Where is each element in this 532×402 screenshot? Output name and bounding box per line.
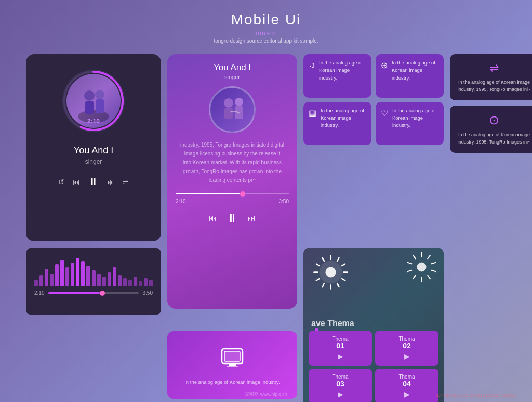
- side-text-1: In the analog age of Korean image indust…: [456, 79, 532, 93]
- play-pause-button[interactable]: ⏸: [88, 176, 99, 188]
- theme-label-4: Thema: [398, 374, 415, 380]
- dark-player-controls: ↺ ⏮ ⏸ ⏭ ⇌: [58, 176, 129, 188]
- settings-icon: ⊕: [381, 60, 388, 70]
- eq-bar: [113, 267, 116, 286]
- eq-bar: [45, 269, 48, 286]
- svg-line-24: [316, 279, 320, 281]
- couple-silhouette-icon: [73, 80, 114, 122]
- eq-bar: [149, 280, 153, 286]
- album-art-container: 2:10: [62, 70, 125, 132]
- eq-bar: [118, 275, 122, 286]
- svg-rect-4: [85, 101, 94, 114]
- purple-play-button[interactable]: ⏸: [227, 212, 238, 225]
- eq-bar: [34, 280, 38, 286]
- purple-album-art: [209, 86, 256, 133]
- eq-bar: [108, 272, 111, 286]
- prev-button[interactable]: ⏮: [73, 178, 80, 186]
- theme-play-2: ▶: [404, 352, 410, 360]
- svg-line-23: [323, 283, 325, 287]
- eq-progress-fill: [48, 292, 100, 294]
- theme-btn-03[interactable]: Thema 03 ▶: [309, 369, 372, 402]
- svg-point-28: [326, 267, 336, 278]
- side-text-2: In the analog age of Korean image indust…: [456, 132, 532, 146]
- eq-bar: [55, 264, 59, 286]
- svg-line-32: [432, 270, 436, 271]
- purple-player-card: You And I singer industry, 1995, Tongro …: [167, 54, 297, 309]
- eq-total-time: 3:50: [143, 290, 153, 296]
- svg-line-21: [337, 283, 339, 287]
- progress-track[interactable]: [176, 193, 289, 194]
- firework-icon-1: [311, 253, 350, 292]
- theme-num-1: 01: [336, 342, 344, 350]
- purple-next-button[interactable]: ⏭: [247, 214, 256, 223]
- info-card-4: ♡ In the analog age of Korean image indu…: [376, 102, 444, 146]
- info-card-1: ♫ In the analog age of Korean image indu…: [303, 54, 371, 98]
- time-row: 2:10 3:50: [176, 199, 289, 204]
- eq-bar: [60, 260, 64, 286]
- shuffle-button[interactable]: ⇌: [123, 178, 129, 186]
- dark-player-song-title: You And I: [74, 145, 113, 156]
- theme-btn-02[interactable]: Thema 02 ▶: [375, 331, 438, 366]
- purple-prev-button[interactable]: ⏮: [209, 214, 217, 223]
- svg-line-26: [316, 264, 320, 266]
- svg-line-17: [337, 258, 339, 261]
- eq-bar: [71, 263, 74, 286]
- svg-line-30: [428, 255, 430, 258]
- theme-btn-01[interactable]: Thema 01 ▶: [309, 331, 372, 366]
- svg-point-7: [224, 98, 233, 108]
- theme-label-1: Thema: [332, 336, 348, 342]
- theme-label-2: Thema: [398, 336, 415, 342]
- info-text-3: In the analog age of Korean image indust…: [321, 107, 366, 129]
- theme-num-2: 02: [403, 342, 411, 350]
- progress-fill: [176, 193, 240, 194]
- theme-btn-04[interactable]: Thema 04 ▶: [375, 369, 438, 402]
- dark-player-card: 2:10 You And I singer ↺ ⏮ ⏸ ⏭ ⇌: [26, 54, 161, 241]
- next-button[interactable]: ⏭: [107, 178, 114, 186]
- purple-controls: ⏮ ⏸ ⏭: [209, 212, 256, 225]
- svg-rect-6: [96, 99, 104, 113]
- purple-player-song-title: You And I: [214, 62, 251, 73]
- eq-bar: [144, 278, 148, 286]
- eq-bar: [86, 266, 90, 286]
- eq-bar: [92, 270, 96, 286]
- target-side-card: ⊙ In the analog age of Korean image indu…: [450, 106, 532, 153]
- theme-play-4: ▶: [404, 390, 410, 398]
- progress-container: [176, 193, 289, 194]
- eq-current-time: 2:10: [34, 290, 44, 296]
- eq-progress-track[interactable]: [48, 292, 138, 294]
- eq-bar: [102, 277, 106, 286]
- svg-line-20: [342, 279, 345, 281]
- svg-point-9: [235, 98, 243, 106]
- repeat-button[interactable]: ↺: [58, 178, 64, 186]
- eq-bar: [97, 274, 101, 286]
- heart-icon: ♡: [381, 108, 388, 118]
- svg-point-5: [95, 90, 104, 99]
- eq-progress-row: 2:10 3:50: [34, 290, 153, 296]
- svg-line-31: [432, 263, 436, 264]
- eq-bar: [65, 267, 69, 286]
- page-title: Mobile Ui: [0, 11, 532, 28]
- eq-bar: [128, 280, 132, 286]
- photo-background: ave Thema Thema 01 ▶ Thema 02: [303, 248, 444, 402]
- dark-player-singer: singer: [85, 158, 102, 165]
- main-grid: 2:10 You And I singer ↺ ⏮ ⏸ ⏭ ⇌ You And …: [0, 49, 532, 402]
- svg-line-38: [413, 255, 416, 258]
- tv-icon: [219, 344, 245, 374]
- firework-icon-2: [405, 250, 438, 284]
- tv-card-text: In the analog age of Korean image indust…: [184, 379, 280, 386]
- tv-icon-card: In the analog age of Korean image indust…: [167, 331, 297, 399]
- eq-visualizer: [34, 255, 153, 286]
- equalizer-card: 2:10 3:50: [26, 248, 161, 315]
- theme-num-3: 03: [336, 380, 344, 388]
- svg-line-36: [408, 270, 412, 271]
- side-cards-column: ⇌ In the analog age of Korean image indu…: [450, 54, 532, 325]
- theme-num-4: 04: [403, 380, 411, 388]
- page-description: tongro design source editorial app kit s…: [0, 38, 532, 44]
- page-subtitle: music: [0, 29, 532, 37]
- eq-bar: [81, 261, 85, 286]
- theme-label-3: Thema: [332, 374, 348, 380]
- svg-line-37: [408, 263, 412, 264]
- svg-line-18: [342, 264, 345, 266]
- photo-theme-card: ave Thema Thema 01 ▶ Thema 02: [303, 248, 444, 402]
- svg-rect-14: [224, 351, 240, 361]
